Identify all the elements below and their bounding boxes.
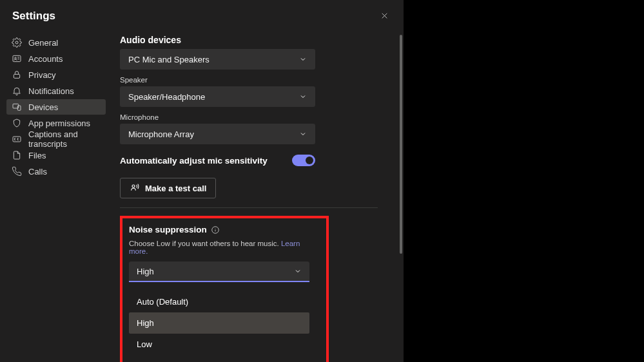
close-icon: [380, 11, 389, 22]
svg-point-11: [132, 185, 135, 187]
auto-mic-toggle[interactable]: [292, 155, 315, 166]
content: Audio devices PC Mic and Speakers Speake…: [111, 32, 404, 362]
close-button[interactable]: [375, 7, 393, 25]
dropdown-value: Microphone Array: [128, 129, 194, 139]
sidebar-item-captions[interactable]: Captions and transcripts: [6, 131, 106, 147]
sidebar-item-label: General: [28, 38, 58, 48]
sidebar-item-label: Calls: [28, 167, 47, 176]
microphone-dropdown[interactable]: Microphone Array: [120, 124, 315, 144]
noise-suppression-highlight: Noise suppression Choose Low if you want…: [120, 216, 329, 362]
button-label: Make a test call: [145, 184, 206, 193]
panel-header: Settings: [0, 0, 404, 32]
svg-point-14: [215, 228, 215, 229]
sidebar: General Accounts Privacy Notifications: [0, 32, 111, 362]
microphone-label: Microphone: [120, 113, 395, 121]
phone-icon: [12, 166, 22, 176]
svg-rect-10: [13, 137, 21, 142]
sidebar-item-devices[interactable]: Devices: [6, 99, 106, 115]
speaker-label: Speaker: [120, 76, 395, 84]
file-icon: [12, 150, 22, 160]
person-voice-icon: [130, 182, 140, 195]
sidebar-item-label: Files: [28, 151, 46, 160]
svg-point-4: [15, 57, 17, 59]
option-off[interactable]: Off: [129, 355, 309, 362]
audio-devices-title: Audio devices: [120, 32, 395, 45]
content-wrap: Audio devices PC Mic and Speakers Speake…: [111, 32, 404, 362]
section-divider: [120, 207, 378, 208]
settings-panel: Settings General Accounts: [0, 0, 404, 362]
sidebar-item-app-permissions[interactable]: App permissions: [6, 115, 106, 131]
chevron-down-icon: [299, 130, 307, 138]
sidebar-item-label: Accounts: [28, 54, 63, 64]
auto-mic-sensitivity-row: Automatically adjust mic sensitivity: [120, 155, 315, 166]
noise-suppression-title: Noise suppression: [129, 225, 207, 234]
sidebar-item-calls[interactable]: Calls: [6, 164, 106, 179]
make-test-call-button[interactable]: Make a test call: [120, 178, 216, 198]
svg-point-2: [15, 41, 18, 44]
gear-icon: [12, 37, 22, 48]
audio-device-dropdown[interactable]: PC Mic and Speakers: [120, 49, 315, 70]
sidebar-item-general[interactable]: General: [6, 35, 106, 50]
sidebar-item-label: Captions and transcripts: [28, 129, 101, 149]
auto-mic-label: Automatically adjust mic sensitivity: [120, 156, 268, 166]
option-high[interactable]: High: [129, 312, 309, 334]
sidebar-item-notifications[interactable]: Notifications: [6, 83, 106, 99]
panel-title: Settings: [12, 10, 55, 23]
noise-suppression-desc: Choose Low if you want others to hear mu…: [129, 240, 320, 255]
sidebar-item-label: Privacy: [28, 70, 56, 80]
dropdown-value: High: [137, 267, 154, 276]
dropdown-value: PC Mic and Speakers: [128, 55, 210, 64]
dropdown-options: Auto (Default) High Low Off: [129, 291, 309, 362]
sidebar-item-accounts[interactable]: Accounts: [6, 51, 106, 66]
speaker-dropdown[interactable]: Speaker/Headphone: [120, 86, 315, 107]
info-icon[interactable]: [211, 225, 220, 234]
lock-icon: [12, 70, 22, 80]
dropdown-value: Speaker/Headphone: [128, 92, 205, 102]
panel-body: General Accounts Privacy Notifications: [0, 32, 404, 362]
sidebar-item-label: Notifications: [28, 86, 74, 96]
sidebar-item-privacy[interactable]: Privacy: [6, 67, 106, 82]
chevron-down-icon: [294, 267, 302, 275]
outside-area: [404, 0, 644, 362]
sidebar-item-label: Devices: [28, 102, 58, 112]
svg-rect-3: [13, 55, 21, 61]
captions-icon: [12, 134, 22, 144]
sidebar-item-label: App permissions: [28, 119, 90, 128]
shield-icon: [12, 118, 22, 128]
devices-icon: [12, 102, 22, 112]
option-low[interactable]: Low: [129, 334, 309, 355]
option-auto[interactable]: Auto (Default): [129, 291, 309, 312]
scrollbar[interactable]: [400, 35, 402, 254]
sidebar-item-files[interactable]: Files: [6, 148, 106, 163]
chevron-down-icon: [299, 55, 307, 63]
id-card-icon: [12, 53, 22, 64]
bell-icon: [12, 86, 22, 96]
chevron-down-icon: [299, 93, 307, 100]
svg-rect-7: [14, 74, 19, 78]
noise-suppression-dropdown[interactable]: High: [129, 262, 309, 282]
